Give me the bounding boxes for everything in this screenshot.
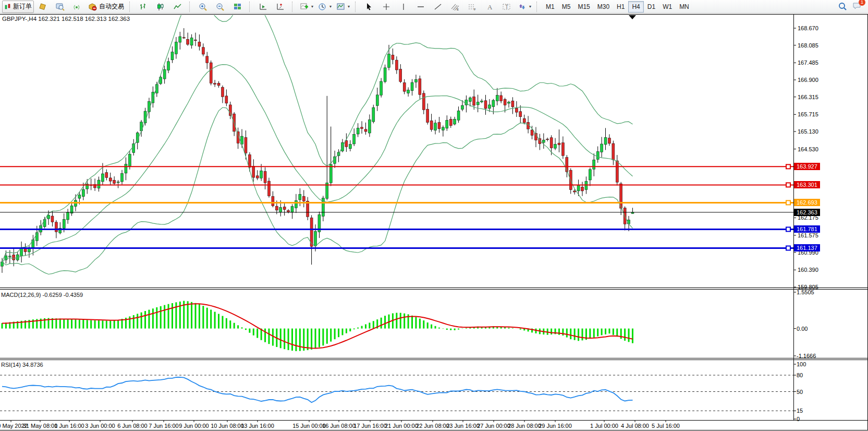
candle-body — [481, 101, 483, 102]
timeframe-m15-button[interactable]: M15 — [574, 1, 593, 13]
candle-chart-button[interactable] — [152, 1, 169, 13]
macd-histogram-bar — [160, 306, 162, 329]
macd-histogram-bar — [624, 329, 626, 341]
text-label-icon: T — [502, 3, 511, 11]
candle-body — [438, 123, 441, 129]
timeframe-w1-button[interactable]: W1 — [659, 1, 676, 13]
macd-histogram-bar — [253, 329, 254, 336]
hline-anchor[interactable] — [786, 227, 790, 231]
candle-body — [210, 63, 212, 83]
timeframe-mn-button[interactable]: MN — [676, 1, 693, 13]
vertical-line-button[interactable] — [395, 1, 412, 13]
rsi-pane[interactable] — [0, 375, 793, 411]
bar-chart-button[interactable] — [135, 1, 152, 13]
zoom-out-button[interactable] — [212, 1, 229, 13]
signal-button[interactable] — [69, 1, 85, 13]
autotrade-button[interactable]: 自动交易 — [86, 1, 126, 13]
timeframe-m30-button[interactable]: M30 — [594, 1, 613, 13]
macd-histogram-bar — [114, 320, 115, 329]
candle-body — [267, 181, 270, 196]
macd-histogram-bar — [628, 329, 630, 342]
timeframe-h1-button[interactable]: H1 — [613, 1, 628, 13]
candle-body — [446, 120, 448, 128]
hline-anchor[interactable] — [786, 200, 790, 205]
macd-histogram-bar — [210, 310, 212, 329]
macd-histogram-bar — [373, 321, 374, 328]
candle-body — [175, 42, 177, 54]
time-axis-label: 17 Jun 16:00 — [353, 423, 387, 429]
arrows-icon — [518, 3, 527, 11]
candle-body — [105, 173, 108, 178]
new-order-button[interactable]: 新订单 — [2, 1, 34, 13]
hline-anchor[interactable] — [786, 183, 790, 187]
macd-histogram-bar — [322, 329, 324, 346]
market-watch-button[interactable] — [52, 1, 68, 13]
current-price-badge: 162.363 — [794, 209, 820, 216]
hline-price-badge: 163.927 — [794, 163, 820, 170]
macd-histogram-bar — [202, 306, 204, 328]
candle-body — [508, 102, 510, 103]
candle-body — [113, 180, 116, 183]
tile-windows-button[interactable] — [229, 1, 246, 13]
auto-scroll-button[interactable] — [255, 1, 272, 13]
rsi-indicator-label: RSI(14) 34.8736 — [1, 362, 43, 368]
candle-body — [55, 222, 57, 232]
indicators-button[interactable]: ▾ — [298, 1, 315, 13]
chart-shift-button[interactable] — [272, 1, 289, 13]
price-pane[interactable] — [1, 14, 634, 274]
macd-histogram-bar — [357, 328, 359, 329]
macd-scale-label: -1.1666 — [797, 353, 816, 359]
chart-window[interactable]: GBPJPY-,H4 162.321 162.518 162.313 162.3… — [0, 14, 868, 431]
candle-body — [531, 130, 533, 135]
macd-pane[interactable] — [2, 301, 633, 351]
macd-histogram-bar — [214, 312, 216, 329]
hline-anchor[interactable] — [786, 246, 790, 250]
macd-histogram-bar — [458, 329, 459, 330]
search-icon[interactable] — [838, 2, 847, 11]
cursor-button[interactable] — [361, 1, 377, 13]
equidistant-channel-button[interactable]: E — [447, 1, 463, 13]
templates-button[interactable]: ▾ — [334, 1, 352, 13]
timeframe-h4-button[interactable]: H4 — [628, 1, 643, 13]
horizontal-line-button[interactable] — [412, 1, 429, 13]
time-axis-label: 31 May 08:00 — [23, 423, 58, 429]
fibonacci-button[interactable]: F — [464, 1, 481, 13]
macd-histogram-bar — [454, 329, 456, 330]
time-axis-label: 13 Jun 16:00 — [241, 423, 274, 429]
line-chart-button[interactable] — [169, 1, 186, 13]
timeframe-m1-button[interactable]: M1 — [542, 1, 558, 13]
arrows-button[interactable]: ▾ — [516, 1, 533, 13]
timeframe-d1-button[interactable]: D1 — [644, 1, 659, 13]
rsi-scale-label: 0 — [797, 416, 800, 422]
macd-histogram-bar — [562, 329, 564, 336]
macd-histogram-bar — [307, 329, 309, 350]
macd-histogram-bar — [384, 316, 386, 328]
text-button[interactable]: A — [481, 1, 498, 13]
timeframe-m5-button[interactable]: M5 — [558, 1, 574, 13]
zoom-in-button[interactable] — [195, 1, 212, 13]
candle-body — [430, 121, 433, 129]
hline-anchor[interactable] — [786, 164, 790, 169]
gold-button[interactable] — [34, 1, 51, 13]
macd-histogram-bar — [75, 319, 76, 328]
macd-histogram-bar — [79, 320, 80, 329]
periods-button[interactable]: ▾ — [316, 1, 334, 13]
chat-button[interactable]: 1 — [852, 2, 862, 12]
macd-histogram-bar — [87, 320, 88, 328]
line-chart-icon — [173, 3, 182, 11]
crosshair-button[interactable] — [378, 1, 395, 13]
text-label-button[interactable]: T — [498, 1, 515, 13]
candle-body — [51, 216, 54, 222]
candle-body — [291, 207, 294, 212]
price-chart-canvas[interactable] — [0, 14, 868, 431]
macd-histogram-bar — [551, 329, 552, 334]
zoom-out-icon — [216, 3, 225, 11]
candle-body — [426, 109, 429, 123]
zoom-in-icon — [199, 3, 208, 11]
macd-histogram-bar — [419, 319, 421, 329]
trendline-button[interactable] — [430, 1, 446, 13]
candle-body — [399, 69, 402, 82]
macd-histogram-bar — [311, 329, 312, 350]
chart-shift-marker[interactable] — [629, 15, 636, 19]
candle-body — [353, 134, 356, 144]
